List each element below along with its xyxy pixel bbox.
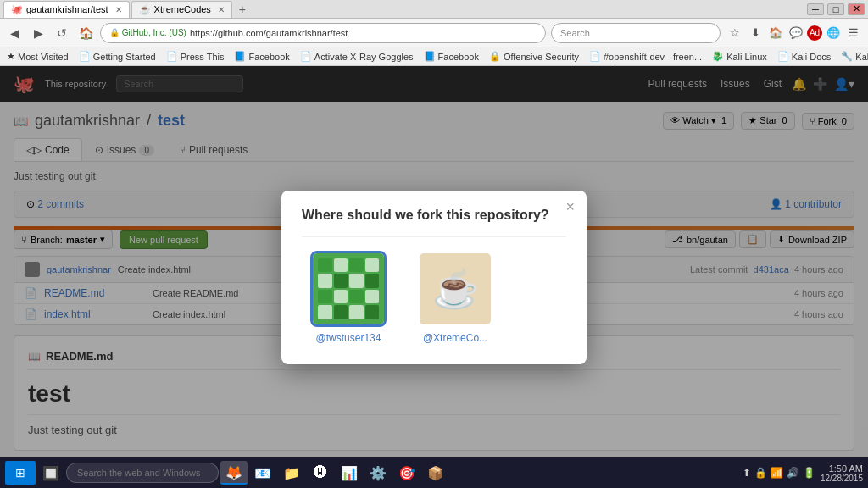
taskbar: ⊞ 🔲 🦊 📧 📁 🅦 📊 ⚙️ 🎯 📦 ⬆ 🔒 📶 🔊 🔋 1:50 AM 1…: [0, 458, 868, 488]
menu-icon[interactable]: ☰: [844, 24, 863, 42]
tab-2-favicon: ☕: [139, 4, 151, 15]
grid-cell-5: [318, 274, 332, 288]
bookmark-most-visited[interactable]: ★ Most Visited: [5, 50, 70, 63]
facebook-icon-2: 📘: [424, 51, 436, 62]
coffee-avatar-bg: ☕: [420, 253, 491, 324]
tab-2[interactable]: ☕ XtremeCodes ✕: [131, 1, 232, 18]
tab-1-favicon: 🐙: [11, 4, 23, 15]
tray-battery-icon[interactable]: 🔋: [803, 467, 815, 479]
taskbar-settings-icon[interactable]: ⚙️: [364, 461, 392, 485]
url-bar[interactable]: 🔒 GitHub, Inc. (US) https://github.com/g…: [100, 23, 546, 43]
modal-close-button[interactable]: ×: [565, 199, 575, 214]
task-view-icon[interactable]: 🔲: [37, 461, 64, 485]
secure-label: 🔒 GitHub, Inc. (US): [109, 28, 186, 37]
bookmark-offensive-security-label: Offensive Security: [504, 52, 579, 62]
grid-cell-10: [334, 290, 348, 304]
close-button[interactable]: ✕: [848, 3, 865, 15]
grid-cell-2: [334, 258, 348, 273]
bookmark-offensive-security[interactable]: 🔒 Offensive Security: [487, 50, 581, 63]
bookmark-kali-docs-label: Kali Docs: [792, 52, 831, 62]
fork-account-1-name: @twstuser134: [316, 332, 381, 344]
bookmark-kali-docs[interactable]: 📄 Kali Docs: [776, 50, 832, 63]
window-controls: ─ □ ✕: [807, 3, 865, 15]
forward-button[interactable]: ▶: [29, 24, 47, 42]
fork-account-1[interactable]: @twstuser134: [302, 251, 395, 344]
fork-account-2[interactable]: ☕ @XtremeCo...: [409, 251, 502, 344]
taskbar-folder-icon[interactable]: 📁: [278, 461, 305, 485]
new-tab-button[interactable]: +: [234, 1, 251, 18]
bookmark-star-icon[interactable]: ☆: [726, 24, 744, 42]
tab-1[interactable]: 🐙 gautamkrishnar/test ✕: [3, 1, 130, 18]
grid-cell-15: [349, 305, 364, 319]
bookmarks-bar: ★ Most Visited 📄 Getting Started 📄 Press…: [0, 47, 868, 66]
github-page: 🐙 This repository Pull requests Issues G…: [0, 66, 868, 488]
download-icon[interactable]: ⬇: [746, 24, 765, 42]
fork-accounts-list: @twstuser134 ☕ @XtremeCo...: [302, 251, 566, 344]
tray-network-icon[interactable]: 📶: [771, 467, 783, 479]
bookmark-kali-linux[interactable]: 🐉 Kali Linux: [710, 50, 769, 63]
bookmark-getting-started[interactable]: 📄 Getting Started: [77, 50, 158, 63]
page-icon-1: 📄: [79, 51, 91, 62]
fork-avatar-2: ☕: [417, 251, 493, 327]
facebook-icon-1: 📘: [234, 51, 246, 62]
minimize-button[interactable]: ─: [807, 3, 824, 15]
page-icon-2: 📄: [166, 51, 178, 62]
tab-bar: 🐙 gautamkrishnar/test ✕ ☕ XtremeCodes ✕ …: [3, 0, 251, 18]
bookmark-press-this[interactable]: 📄 Press This: [164, 50, 226, 63]
taskbar-excel-icon[interactable]: 📊: [336, 461, 363, 485]
refresh-button[interactable]: ↺: [53, 24, 71, 42]
taskbar-edge-icon[interactable]: 📧: [249, 461, 276, 485]
addon-icon[interactable]: Ad: [807, 25, 822, 41]
grid-cell-6: [334, 274, 348, 288]
home-button[interactable]: 🏠: [76, 24, 95, 42]
grid-cell-7: [349, 274, 364, 288]
address-bar: ◀ ▶ ↺ 🏠 🔒 GitHub, Inc. (US) https://gith…: [0, 19, 868, 47]
grid-cell-16: [365, 305, 380, 319]
grid-cell-12: [365, 290, 380, 304]
bookmark-facebook-1-label: Facebook: [248, 52, 289, 62]
grid-cell-1: [318, 258, 332, 273]
clock-time: 1:50 AM: [821, 463, 863, 474]
grid-cell-3: [349, 258, 364, 273]
fork-account-2-name: @XtremeCo...: [423, 332, 487, 344]
bookmark-kali-linux-label: Kali Linux: [726, 52, 767, 62]
tab-2-label: XtremeCodes: [154, 4, 211, 14]
maximize-button[interactable]: □: [827, 3, 844, 15]
bookmark-xray-label: Activate X-Ray Goggles: [314, 52, 414, 62]
search-input-container[interactable]: Search: [551, 23, 721, 43]
bookmark-xray[interactable]: 📄 Activate X-Ray Goggles: [298, 50, 415, 63]
taskbar-firefox-icon[interactable]: 🦊: [220, 461, 248, 485]
bookmark-facebook-2-label: Facebook: [438, 52, 479, 62]
grid-cell-14: [334, 305, 348, 319]
search-placeholder: Search: [560, 28, 590, 38]
bookmark-kali-tools[interactable]: 🔧 Kali Tools: [839, 50, 868, 63]
modal-overlay[interactable]: Where should we fork this repository? ×: [0, 66, 868, 488]
back-button[interactable]: ◀: [5, 24, 24, 42]
dragon-icon: 🐉: [712, 51, 724, 62]
start-button[interactable]: ⊞: [5, 461, 36, 485]
bookmark-facebook-2[interactable]: 📘 Facebook: [422, 50, 481, 63]
bookmark-kali-tools-label: Kali Tools: [855, 52, 868, 62]
taskbar-search-input[interactable]: [66, 463, 219, 483]
home-addr-icon[interactable]: 🏠: [766, 24, 785, 42]
tray-up-icon[interactable]: ⬆: [743, 467, 751, 479]
titlebar: 🐙 gautamkrishnar/test ✕ ☕ XtremeCodes ✕ …: [0, 0, 868, 19]
bookmark-openshift[interactable]: 📄 #openshift-dev - freen...: [587, 50, 704, 63]
tray-security-icon[interactable]: 🔒: [754, 467, 767, 479]
taskbar-misc-icon-1[interactable]: 🎯: [393, 461, 420, 485]
page-icon-3: 📄: [300, 51, 312, 62]
tab-1-label: gautamkrishnar/test: [26, 4, 108, 14]
taskbar-misc-icon-2[interactable]: 📦: [422, 461, 449, 485]
tab-2-close[interactable]: ✕: [218, 5, 225, 14]
tab-1-close[interactable]: ✕: [115, 5, 122, 14]
taskbar-word-icon[interactable]: 🅦: [307, 461, 334, 485]
privacy-icon[interactable]: 🌐: [824, 24, 843, 42]
bookmark-most-visited-label: Most Visited: [18, 52, 69, 62]
tray-icons: ⬆ 🔒 📶 🔊 🔋: [743, 467, 815, 479]
tray-volume-icon[interactable]: 🔊: [787, 467, 799, 479]
comment-icon[interactable]: 💬: [787, 24, 805, 42]
bookmark-facebook-1[interactable]: 📘 Facebook: [232, 50, 291, 63]
docs-icon: 📄: [777, 51, 789, 62]
fork-modal: Where should we fork this repository? ×: [281, 191, 587, 364]
clock: 1:50 AM 12/28/2015: [821, 463, 863, 483]
